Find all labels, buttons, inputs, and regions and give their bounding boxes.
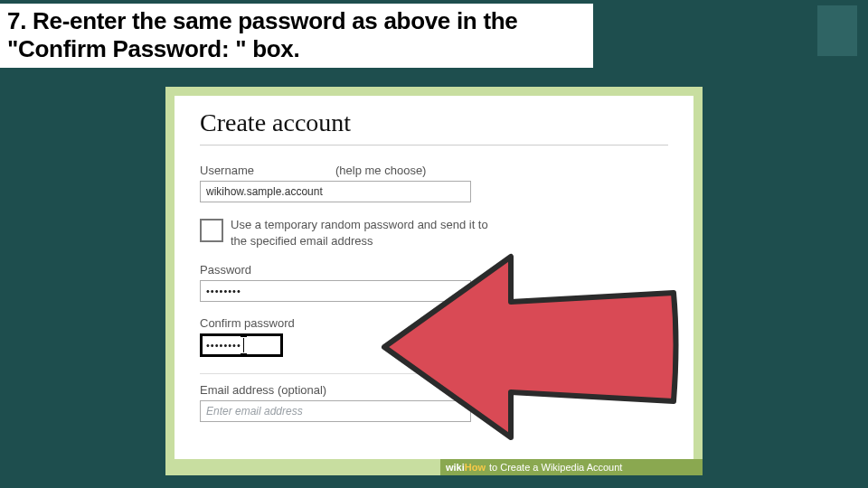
email-label: Email address (optional)	[200, 383, 668, 397]
password-label: Password	[200, 263, 668, 277]
temp-password-text: Use a temporary random password and send…	[231, 217, 498, 249]
slide-title: 7. Re-enter the same password as above i…	[7, 7, 586, 62]
brand-wiki: wiki	[446, 462, 465, 473]
title-block: 7. Re-enter the same password as above i…	[0, 4, 593, 68]
confirm-password-value: ••••••••	[206, 340, 241, 351]
form-heading: Create account	[200, 108, 668, 145]
text-caret-icon	[243, 338, 244, 352]
brand-how: How	[465, 462, 486, 473]
title-line-2: "Confirm Password: " box.	[7, 35, 299, 62]
username-label-row: Username (help me choose)	[200, 164, 507, 177]
section-divider	[200, 373, 489, 374]
email-input[interactable]: Enter email address	[200, 400, 471, 422]
username-label: Username	[200, 164, 335, 177]
footer-tagline: to Create a Wikipedia Account	[489, 462, 622, 473]
confirm-password-input[interactable]: ••••••••	[200, 333, 283, 357]
confirm-password-label: Confirm password	[200, 316, 668, 330]
username-input[interactable]: wikihow.sample.account	[200, 181, 471, 202]
create-account-form: Create account Username (help me choose)…	[175, 96, 693, 459]
password-value: ••••••••	[206, 286, 241, 296]
accent-bar	[817, 5, 857, 56]
instruction-figure: Create account Username (help me choose)…	[165, 87, 703, 475]
slide: 7. Re-enter the same password as above i…	[0, 0, 868, 488]
username-value: wikihow.sample.account	[206, 185, 323, 198]
email-placeholder: Enter email address	[206, 405, 303, 418]
password-input[interactable]: ••••••••	[200, 280, 471, 302]
help-me-choose-link[interactable]: (help me choose)	[335, 164, 426, 177]
title-line-1: 7. Re-enter the same password as above i…	[7, 7, 517, 34]
figure-footer: wikiHow to Create a Wikipedia Account	[440, 459, 703, 475]
temp-password-checkbox[interactable]	[200, 219, 223, 242]
temp-password-row: Use a temporary random password and send…	[200, 217, 498, 249]
